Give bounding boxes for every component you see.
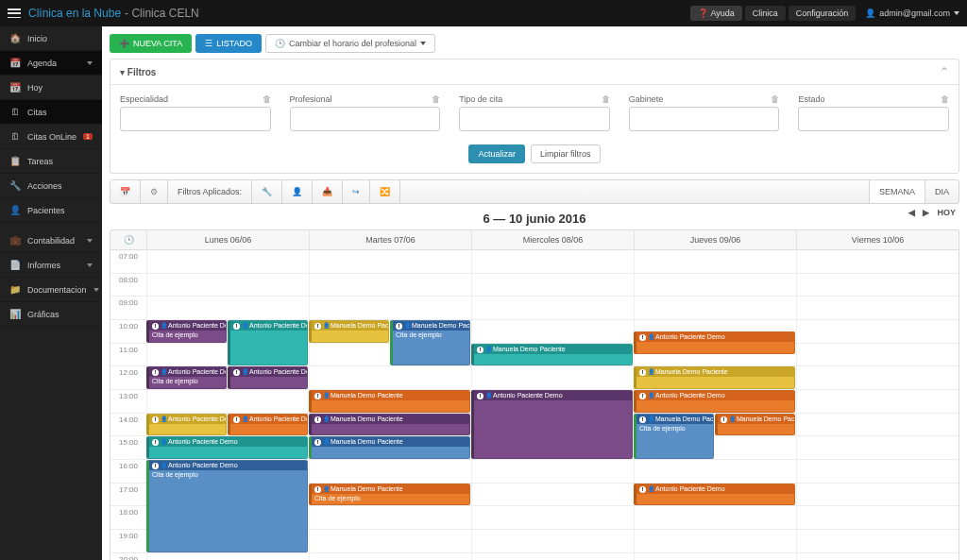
appointment[interactable]: !Antonio Paciente Demo <box>228 414 308 436</box>
filter-shuffle-icon[interactable]: 🔀 <box>370 180 400 203</box>
clear-status-icon[interactable]: 🗑 <box>941 94 949 104</box>
appointment[interactable]: !Manuela Demo Paciente <box>715 414 795 436</box>
hour-label: 11:00 <box>110 344 146 366</box>
sidebar-item-citas[interactable]: 🗓Citas <box>0 100 102 125</box>
appointment[interactable]: !Manuela Demo Paciente <box>309 390 470 413</box>
list-view-button[interactable]: ☰ LISTADO <box>195 34 262 53</box>
appointment[interactable]: !Antonio Paciente DemoCita de ejemplo <box>146 460 308 552</box>
appointment[interactable]: !Manuela Demo PacienteCita de ejemplo <box>309 484 470 506</box>
alert-icon: ! <box>314 323 321 330</box>
appointment[interactable]: !Antonio Paciente Demo <box>146 436 308 459</box>
appointment[interactable]: !Antonio Paciente DemoCita de ejemplo <box>146 320 227 343</box>
new-appointment-button[interactable]: ➕ NUEVA CITA <box>110 34 192 53</box>
appointment[interactable]: !Antonio Paciente Demo <box>146 414 227 436</box>
appointment[interactable]: !Antonio Paciente Demo <box>471 390 633 459</box>
day-header-wed: Miercoles 08/06 <box>471 230 634 249</box>
appointment[interactable]: !Manuela Demo PacienteCita de ejemplo <box>634 414 714 459</box>
view-day-button[interactable]: DIA <box>925 180 959 203</box>
calendar-icon[interactable]: 📅 <box>110 180 141 203</box>
filter-status-input[interactable] <box>798 107 949 131</box>
filter-icon: ▾ <box>120 67 127 77</box>
sidebar-item-graficas[interactable]: 📊Gráficas <box>0 302 102 327</box>
settings-icon[interactable]: ⚙ <box>141 180 168 203</box>
prev-week-button[interactable]: ◀ <box>908 208 915 217</box>
sidebar-item-citas-online[interactable]: 🗓Citas OnLine1 <box>0 125 102 149</box>
clinic-button[interactable]: Clinica <box>745 6 786 21</box>
appointment-title: !Manuela Demo Paciente <box>312 415 469 424</box>
filter-person-icon[interactable]: 👤 <box>282 180 313 203</box>
sidebar-item-inicio[interactable]: 🏠Inicio <box>0 26 102 51</box>
filter-wrench-icon[interactable]: 🔧 <box>252 180 282 203</box>
sidebar-item-documentacion[interactable]: 📁Documentacion <box>0 278 102 302</box>
appointment[interactable]: !Antonio Paciente Demo <box>228 366 308 389</box>
today-button[interactable]: HOY <box>937 208 956 217</box>
filter-professional-input[interactable] <box>290 107 441 131</box>
appointment-title: !Antonio Paciente Demo <box>636 484 794 494</box>
appointment[interactable]: !Manuela Demo Paciente <box>309 436 470 459</box>
sidebar-item-agenda[interactable]: 📅Agenda <box>0 51 102 76</box>
filters-title: Filtros <box>127 67 157 77</box>
day-header-mon: Lunes 06/06 <box>146 230 309 249</box>
informes-icon: 📄 <box>9 260 21 270</box>
clear-specialty-icon[interactable]: 🗑 <box>263 94 271 104</box>
alert-icon: ! <box>477 393 484 399</box>
applied-filters-label: Filtros Aplicados: <box>168 180 252 203</box>
filter-specialty-input[interactable] <box>120 107 271 131</box>
sidebar-item-contabilidad[interactable]: 💼Contabilidad <box>0 229 102 253</box>
hoy-icon: 📆 <box>9 82 21 93</box>
clear-room-icon[interactable]: 🗑 <box>771 94 779 104</box>
patient-icon <box>323 438 331 445</box>
sidebar-item-pacientes[interactable]: 👤Pacientes <box>0 198 102 223</box>
appointment[interactable]: !Manuela Demo Paciente <box>634 366 795 389</box>
appointment[interactable]: !Manuela Demo Paciente <box>309 414 470 436</box>
sidebar-item-informes[interactable]: 📄Informes <box>0 253 102 278</box>
appointment[interactable]: !Manuela Demo Paciente <box>471 344 633 366</box>
alert-icon: ! <box>152 323 159 330</box>
filter-appt_type-input[interactable] <box>459 107 610 131</box>
user-menu[interactable]: 👤 admin@gmail.com <box>865 8 959 18</box>
help-button[interactable]: ❓ Ayuda <box>690 6 741 21</box>
filter-inbox-icon[interactable]: 📥 <box>313 180 343 203</box>
sidebar-item-hoy[interactable]: 📆Hoy <box>0 76 102 100</box>
config-button[interactable]: Configuración <box>789 6 857 21</box>
clear-appt_type-icon[interactable]: 🗑 <box>602 94 610 104</box>
hour-row[interactable]: 08:00 <box>110 274 959 297</box>
alert-icon: ! <box>721 416 727 423</box>
change-schedule-button[interactable]: 🕒 Cambiar el horario del profesional <box>265 34 435 53</box>
patient-icon <box>161 416 168 422</box>
caret-down-icon <box>954 11 959 15</box>
appointment[interactable]: !Antonio Paciente Demo <box>634 484 795 506</box>
appointment[interactable]: !Antonio Paciente Demo <box>634 331 795 354</box>
appointment[interactable]: !Manuela Demo Paciente <box>309 320 389 343</box>
caret-down-icon <box>87 61 93 65</box>
sidebar-item-acciones[interactable]: 🔧Acciones <box>0 174 102 198</box>
hour-row[interactable]: 07:00 <box>110 250 959 274</box>
brand-subtitle: - Clinica CELN <box>125 7 199 20</box>
appointment-title: !Antonio Paciente Demo <box>636 391 794 400</box>
appointment[interactable]: !Antonio Paciente Demo <box>634 390 795 413</box>
patient-icon <box>404 322 412 329</box>
view-week-button[interactable]: SEMANA <box>870 180 925 203</box>
appointment[interactable]: !Manuela Demo PacienteCita de ejemplo <box>390 320 470 365</box>
collapse-icon[interactable]: ⌃ <box>940 65 949 78</box>
appointment[interactable]: !Antonio Paciente Demo <box>228 320 308 365</box>
clear-filters-button[interactable]: Limpiar filtros <box>531 144 601 163</box>
filter-login-icon[interactable]: ↪ <box>343 180 370 203</box>
list-view-label: LISTADO <box>216 39 252 48</box>
appointment[interactable]: !Antonio Paciente DemoCita de ejemplo <box>146 366 227 389</box>
pacientes-icon: 👤 <box>9 205 21 215</box>
clear-professional-icon[interactable]: 🗑 <box>432 94 440 104</box>
appointment-title: !Manuela Demo Paciente <box>718 415 794 424</box>
alert-icon: ! <box>396 323 402 330</box>
inicio-icon: 🏠 <box>9 33 21 43</box>
filter-label: Estado <box>798 94 824 104</box>
hour-row[interactable]: 20:00 <box>110 553 959 560</box>
sidebar-item-tareas[interactable]: 📋Tareas <box>0 149 102 174</box>
filter-room-input[interactable] <box>629 107 780 131</box>
hamburger-icon[interactable] <box>8 8 21 18</box>
hour-row[interactable]: 09:00 <box>110 297 959 320</box>
next-week-button[interactable]: ▶ <box>923 208 929 217</box>
hour-label: 12:00 <box>110 366 146 389</box>
sidebar-item-label: Tareas <box>27 157 53 166</box>
update-filters-button[interactable]: Actualizar <box>468 144 525 163</box>
